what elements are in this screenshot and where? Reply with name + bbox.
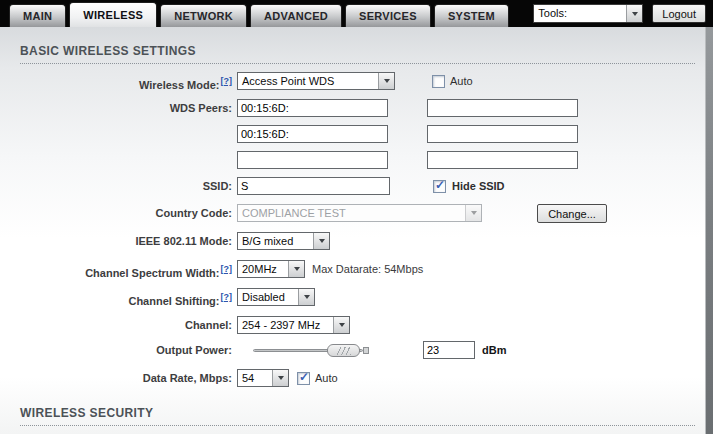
output-power-unit: dBm [482,341,506,360]
tab-advanced[interactable]: ADVANCED [250,4,342,27]
country-code-label: Country Code: [0,204,232,223]
wds-peer-input-2[interactable] [427,99,578,117]
tools-select[interactable]: Tools: [533,4,643,23]
output-power-label: Output Power: [0,341,232,360]
row-channel-spectrum-width: Channel Spectrum Width:[?] 20MHz Max Dat… [0,260,705,280]
data-rate-value: 54 [238,370,272,386]
ieee-mode-select[interactable]: B/G mixed [237,232,330,250]
wireless-mode-value: Access Point WDS [238,73,378,89]
wireless-mode-auto-label: Auto [450,72,473,91]
chevron-down-icon [313,233,329,249]
row-wds-peers-2 [0,125,705,145]
row-ssid: SSID: Hide SSID [0,177,705,197]
chevron-down-icon [465,205,481,221]
chevron-down-icon [272,370,288,386]
wireless-mode-label: Wireless Mode:[?] [0,72,232,95]
change-country-button[interactable]: Change... [537,204,607,223]
channel-label: Channel: [0,316,232,335]
wireless-mode-select[interactable]: Access Point WDS [237,72,395,90]
wds-peers-label: WDS Peers: [0,99,232,118]
channel-spectrum-width-label: Channel Spectrum Width:[?] [0,260,232,283]
channel-spectrum-width-select[interactable]: 20MHz [237,260,305,278]
wireless-mode-auto-checkbox[interactable] [432,75,445,88]
wds-peer-input-6[interactable] [427,151,578,169]
wds-peer-input-5[interactable] [237,151,388,169]
country-code-select: COMPLIANCE TEST [237,204,482,222]
output-power-input[interactable] [423,341,475,359]
row-wds-peers-3 [0,151,705,171]
settings-panel: BASIC WIRELESS SETTINGS Wireless Mode:[?… [0,27,705,434]
ieee-mode-value: B/G mixed [238,233,313,249]
row-channel-shifting: Channel Shifting:[?] Disabled [0,288,705,308]
channel-select[interactable]: 254 - 2397 MHz [237,316,350,334]
chevron-down-icon [378,73,394,89]
tab-services[interactable]: SERVICES [345,4,431,27]
ssid-label: SSID: [0,177,232,196]
tools-select-value: Tools: [534,5,626,22]
ssid-input[interactable] [237,177,390,195]
data-rate-select[interactable]: 54 [237,369,289,387]
data-rate-auto-label: Auto [315,369,338,388]
row-wireless-mode: Wireless Mode:[?] Access Point WDS Auto [0,72,705,92]
basic-wireless-settings-title: BASIC WIRELESS SETTINGS [20,44,695,64]
row-country-code: Country Code: COMPLIANCE TEST Change... [0,204,705,224]
chevron-down-icon [626,5,642,22]
wireless-security-title: WIRELESS SECURITY [20,406,695,426]
max-datarate-note: Max Datarate: 54Mbps [312,260,423,279]
row-output-power: Output Power: dBm [0,341,705,361]
wds-peer-input-1[interactable] [237,99,388,117]
page-edge-strip [705,27,713,434]
logout-button[interactable]: Logout [652,4,706,23]
tab-main[interactable]: MAIN [9,4,66,27]
top-tab-bar: MAIN WIRELESS NETWORK ADVANCED SERVICES … [0,0,713,27]
channel-shifting-select[interactable]: Disabled [237,288,315,306]
row-data-rate: Data Rate, Mbps: 54 Auto [0,369,705,389]
output-power-slider[interactable] [253,344,369,358]
data-rate-auto-checkbox[interactable] [297,372,310,385]
chevron-down-icon [298,289,314,305]
row-channel: Channel: 254 - 2397 MHz [0,316,705,336]
channel-shifting-value: Disabled [238,289,298,305]
tab-wireless[interactable]: WIRELESS [69,2,157,27]
airos-config-page: MAIN WIRELESS NETWORK ADVANCED SERVICES … [0,0,713,434]
tabbar-right-controls: Tools: Logout [533,4,706,23]
chevron-down-icon [288,261,304,277]
channel-value: 254 - 2397 MHz [238,317,333,333]
data-rate-label: Data Rate, Mbps: [0,369,232,388]
wds-peer-input-4[interactable] [427,125,578,143]
slider-handle[interactable] [327,344,360,357]
nav-tabs: MAIN WIRELESS NETWORK ADVANCED SERVICES … [9,2,512,27]
chevron-down-icon [333,317,349,333]
slider-endcap [363,347,369,354]
country-code-value: COMPLIANCE TEST [238,205,465,221]
row-wds-peers-1: WDS Peers: [0,99,705,119]
wds-peer-input-3[interactable] [237,125,388,143]
tab-network[interactable]: NETWORK [160,4,247,27]
help-link-icon[interactable]: [?] [221,292,233,302]
tab-system[interactable]: SYSTEM [434,4,509,27]
hide-ssid-checkbox[interactable] [433,180,446,193]
help-link-icon[interactable]: [?] [221,76,233,86]
ieee-mode-label: IEEE 802.11 Mode: [0,232,232,251]
row-ieee-mode: IEEE 802.11 Mode: B/G mixed [0,232,705,252]
hide-ssid-label: Hide SSID [452,177,505,196]
help-link-icon[interactable]: [?] [221,264,233,274]
channel-shifting-label: Channel Shifting:[?] [0,288,232,311]
channel-spectrum-width-value: 20MHz [238,261,288,277]
